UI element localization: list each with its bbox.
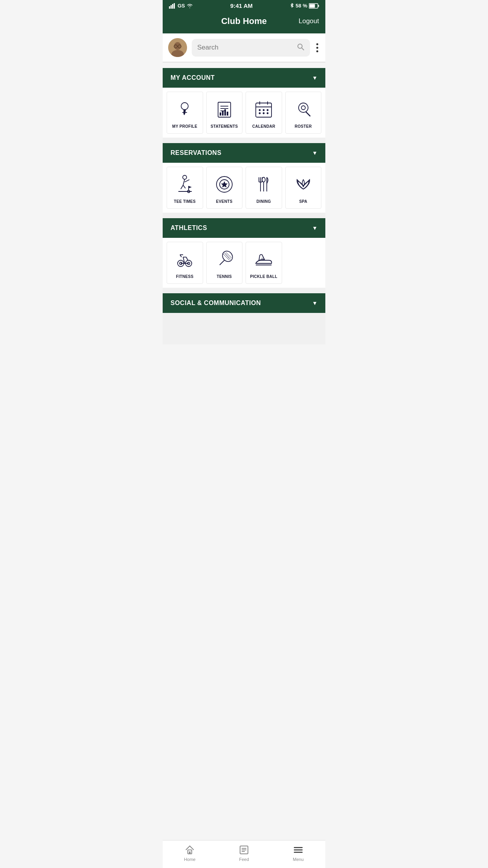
fitness-icon [174,248,196,270]
spa-icon [292,173,314,195]
calendar-item[interactable]: CALENDAR [246,92,282,134]
svg-marker-51 [221,181,227,188]
roster-item[interactable]: ROSTER [285,92,322,134]
roster-icon [292,98,314,120]
svg-line-44 [185,180,189,182]
svg-point-35 [263,113,264,114]
tee-times-icon [174,173,196,195]
fitness-label: FITNESS [176,274,193,279]
svg-point-8 [174,42,181,50]
svg-line-39 [306,112,310,116]
svg-point-33 [267,110,268,111]
my-profile-icon [174,98,196,120]
calendar-icon [253,98,275,120]
athletics-title: ATHLETICS [171,224,207,232]
dining-item[interactable]: DINING [246,167,282,209]
tennis-label: TENNIS [217,274,232,279]
svg-rect-5 [318,5,319,7]
svg-line-66 [186,257,188,260]
tennis-icon [213,248,235,270]
status-bar: GS 9:41 AM 58 % [163,0,325,11]
svg-marker-48 [189,186,192,188]
svg-rect-1 [171,5,172,9]
more-options-button[interactable] [315,42,320,54]
battery-percentage: 58 % [295,3,307,9]
wifi-icon [187,4,193,8]
carrier-label: GS [178,3,185,9]
social-section-header[interactable]: SOCIAL & COMMUNICATION ▼ [163,293,325,313]
svg-rect-25 [224,109,226,116]
statements-icon [213,98,235,120]
events-item[interactable]: EVENTS [206,167,243,209]
reservations-grid: TEE TIMES EVENTS [163,163,325,213]
svg-rect-2 [172,4,173,9]
svg-point-38 [301,106,305,110]
svg-line-67 [180,255,182,257]
svg-rect-0 [169,6,170,9]
status-time: 9:41 AM [230,2,253,9]
dining-icon [253,173,275,195]
empty-slot [285,242,322,284]
svg-point-36 [267,113,268,114]
search-input[interactable] [197,44,294,51]
svg-point-15 [181,103,188,110]
pickleball-icon [253,248,275,270]
social-title: SOCIAL & COMMUNICATION [171,300,261,307]
status-left: GS [169,3,193,9]
athletics-section-header[interactable]: ATHLETICS ▼ [163,218,325,238]
battery-icon [309,3,319,9]
bluetooth-icon [290,3,294,9]
pickleball-label: PICKLE BALL [250,274,277,279]
app-header: Club Home Logout [163,11,325,33]
reservations-title: RESERVATIONS [171,149,222,156]
svg-rect-23 [220,112,221,116]
my-account-title: MY ACCOUNT [171,74,215,81]
svg-line-41 [183,179,185,185]
statements-item[interactable]: STATEMENTS [206,92,243,134]
chevron-down-icon: ▼ [312,225,317,231]
my-profile-label: MY PROFILE [172,124,197,129]
separator [163,62,325,63]
dining-label: DINING [257,199,271,204]
svg-line-43 [183,185,185,188]
avatar[interactable] [168,38,187,57]
tee-times-item[interactable]: TEE TIMES [167,167,203,209]
chevron-down-icon: ▼ [312,75,317,81]
pickleball-item[interactable]: PICKLE BALL [246,242,282,284]
svg-rect-6 [310,4,315,7]
avatar-image [168,38,187,57]
dot [316,43,318,45]
tennis-item[interactable]: TENNIS [206,242,243,284]
svg-rect-24 [222,111,224,116]
dot [316,50,318,52]
my-account-section-header[interactable]: MY ACCOUNT ▼ [163,68,325,88]
spa-item[interactable]: SPA [285,167,322,209]
search-icon [297,43,305,53]
signal-icon [169,3,176,9]
logout-button[interactable]: Logout [299,17,319,25]
athletics-grid: FITNESS TENNIS [163,238,325,288]
svg-point-34 [259,113,261,114]
svg-point-32 [263,110,264,111]
events-label: EVENTS [216,199,233,204]
svg-line-14 [302,48,304,50]
reservations-section-header[interactable]: RESERVATIONS ▼ [163,143,325,163]
my-profile-item[interactable]: MY PROFILE [167,92,203,134]
search-input-wrap[interactable] [192,39,310,57]
svg-line-42 [181,185,183,189]
roster-label: ROSTER [295,124,312,129]
statements-label: STATEMENTS [211,124,238,129]
chevron-down-icon: ▼ [312,300,317,306]
status-right: 58 % [290,3,319,9]
my-account-grid: MY PROFILE STATEMENTS [163,88,325,138]
svg-point-31 [259,110,261,111]
main-content: MY ACCOUNT ▼ MY PROFILE [163,68,325,344]
svg-line-70 [220,260,224,265]
svg-rect-3 [174,3,175,9]
tee-times-label: TEE TIMES [174,199,196,204]
spa-label: SPA [299,199,307,204]
dot [316,47,318,49]
fitness-item[interactable]: FITNESS [167,242,203,284]
chevron-down-icon: ▼ [312,150,317,156]
svg-point-37 [299,103,308,112]
